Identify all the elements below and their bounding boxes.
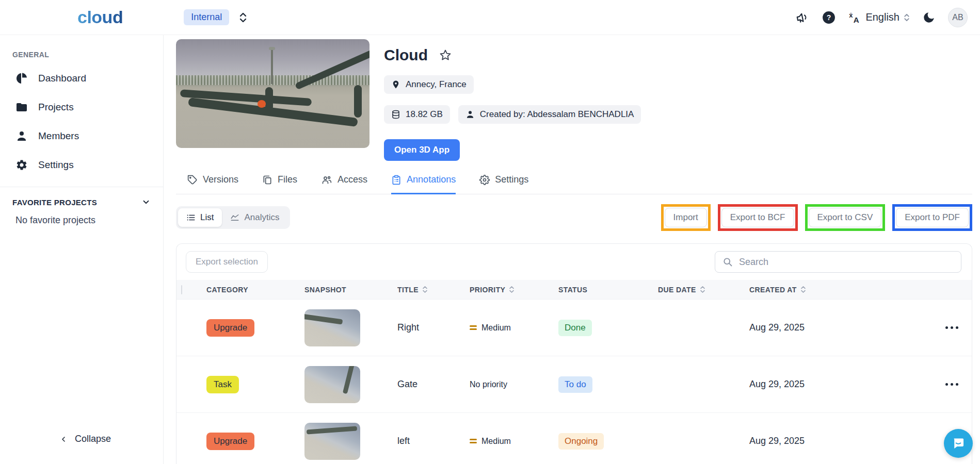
column-header-created-at[interactable]: CREATED AT (749, 286, 930, 294)
pie-chart-icon (15, 72, 28, 85)
view-toggle-analytics[interactable]: Analytics (222, 208, 287, 227)
sidebar-item-dashboard[interactable]: Dashboard (0, 64, 163, 93)
announcements-megaphone-icon[interactable] (796, 11, 810, 24)
view-toggle-label: List (200, 212, 214, 223)
export-bcf-button-frame: Export to BCF (718, 204, 798, 231)
export-pdf-button-frame: Export to PDF (892, 204, 972, 231)
main-content: Cloud Annecy, France 18.82 GB (164, 35, 980, 464)
created-at-cell: Aug 29, 2025 (749, 379, 930, 390)
sidebar-collapse-button[interactable]: Collapse (0, 434, 163, 452)
priority-medium-icon (470, 439, 477, 443)
help-icon[interactable]: ? (822, 11, 836, 24)
column-header-status[interactable]: STATUS (558, 286, 658, 294)
table-row[interactable]: Upgrade Right Medium Done Aug 29, 2025 (176, 299, 972, 356)
sidebar: GENERAL Dashboard Projects Members Setti… (0, 35, 164, 464)
table-row[interactable]: Upgrade left Medium Ongoing Aug 29, 2025 (176, 412, 972, 464)
column-header-title[interactable]: TITLE (397, 286, 470, 294)
export-pdf-button[interactable]: Export to PDF (896, 208, 969, 227)
annotations-table-card: Export selection CATEGORY SNAPSHOT TITLE… (176, 243, 972, 464)
tab-label: Annotations (407, 174, 456, 185)
column-header-due-date[interactable]: DUE DATE (658, 286, 749, 294)
tab-settings[interactable]: Settings (479, 174, 528, 194)
table-header-row: CATEGORY SNAPSHOT TITLE PRIORITY STATUS … (176, 280, 972, 299)
sidebar-divider (0, 187, 163, 187)
category-badge: Upgrade (206, 319, 254, 337)
snapshot-thumbnail[interactable] (304, 423, 360, 460)
search-icon (722, 257, 733, 267)
tab-files[interactable]: Files (262, 174, 297, 194)
search-input[interactable] (739, 257, 954, 268)
location-label: Annecy, France (406, 79, 467, 90)
created-at-cell: Aug 29, 2025 (749, 436, 930, 446)
export-csv-button[interactable]: Export to CSV (809, 208, 882, 227)
sidebar-item-label: Settings (38, 159, 74, 171)
table-row[interactable]: Task Gate No priority To do Aug 29, 2025 (176, 356, 972, 412)
category-badge: Task (206, 376, 239, 393)
people-icon (321, 175, 332, 185)
collapse-label: Collapse (75, 434, 111, 444)
priority-label: No priority (470, 380, 507, 389)
column-header-category[interactable]: CATEGORY (206, 286, 304, 294)
view-toggle-list[interactable]: List (178, 208, 222, 227)
sort-icon (509, 286, 515, 293)
person-icon (15, 130, 28, 142)
favorite-projects-label: FAVORITE PROJECTS (12, 198, 97, 207)
created-by-label: Created by: Abdessalam BENCHADLIA (480, 109, 634, 120)
category-badge: Upgrade (206, 433, 254, 450)
status-badge: Done (558, 320, 592, 336)
sort-icon (422, 286, 428, 293)
clipboard-icon (391, 175, 401, 185)
sidebar-item-projects[interactable]: Projects (0, 93, 163, 122)
snapshot-thumbnail[interactable] (304, 366, 360, 403)
search-box[interactable] (715, 251, 961, 273)
storage-size-chip: 18.82 GB (384, 105, 450, 124)
column-header-snapshot[interactable]: SNAPSHOT (304, 286, 397, 294)
tab-annotations[interactable]: Annotations (391, 174, 456, 194)
favorite-star-icon[interactable] (439, 49, 452, 61)
chevron-left-icon (59, 435, 68, 443)
priority-cell: No priority (470, 380, 558, 389)
created-by-chip: Created by: Abdessalam BENCHADLIA (458, 105, 641, 124)
tab-access[interactable]: Access (321, 174, 367, 194)
database-icon (391, 110, 400, 119)
select-all-checkbox[interactable] (181, 285, 182, 294)
row-menu-button[interactable] (930, 383, 972, 386)
sort-icon (700, 286, 705, 293)
priority-medium-icon (470, 325, 477, 330)
export-selection-button[interactable]: Export selection (186, 251, 268, 273)
project-thumbnail-image[interactable] (176, 39, 369, 148)
sidebar-section-general: GENERAL (0, 51, 163, 59)
dark-mode-moon-icon[interactable] (922, 11, 936, 24)
favorite-projects-empty: No favorite projects (0, 207, 163, 226)
svg-text:?: ? (827, 13, 831, 21)
import-button[interactable]: Import (665, 208, 707, 227)
open-3d-app-button[interactable]: Open 3D App (384, 139, 460, 161)
language-selector[interactable]: ẋA English (848, 11, 910, 24)
column-header-priority[interactable]: PRIORITY (470, 286, 558, 294)
sort-icon (800, 286, 806, 293)
translate-icon: ẋA (848, 11, 861, 24)
annotation-title: Right (397, 322, 470, 333)
workspace-selector-chevron-icon[interactable] (236, 11, 250, 24)
favorite-projects-header[interactable]: FAVORITE PROJECTS (0, 197, 163, 207)
sidebar-item-label: Projects (38, 102, 74, 113)
chat-widget-button[interactable] (944, 429, 973, 458)
sidebar-item-members[interactable]: Members (0, 122, 163, 151)
project-tabs: Versions Files Access Annotations Settin… (176, 174, 972, 194)
annotations-toolbar: List Analytics Import Export to BCF Expo… (176, 204, 972, 231)
sidebar-item-label: Dashboard (38, 73, 86, 84)
location-pin-icon (391, 80, 400, 89)
chevron-updown-icon (904, 13, 910, 22)
app-logo: cloud (77, 7, 123, 27)
row-menu-button[interactable] (930, 326, 972, 329)
export-bcf-button[interactable]: Export to BCF (721, 208, 794, 227)
export-csv-button-frame: Export to CSV (805, 204, 886, 231)
snapshot-thumbnail[interactable] (304, 309, 360, 346)
workspace-badge[interactable]: Internal (184, 9, 229, 25)
annotation-title: Gate (397, 379, 470, 390)
user-avatar[interactable]: AB (948, 8, 968, 27)
tab-versions[interactable]: Versions (187, 174, 238, 194)
project-header: Cloud Annecy, France 18.82 GB (176, 39, 972, 161)
folder-icon (15, 101, 28, 113)
sidebar-item-settings[interactable]: Settings (0, 151, 163, 179)
